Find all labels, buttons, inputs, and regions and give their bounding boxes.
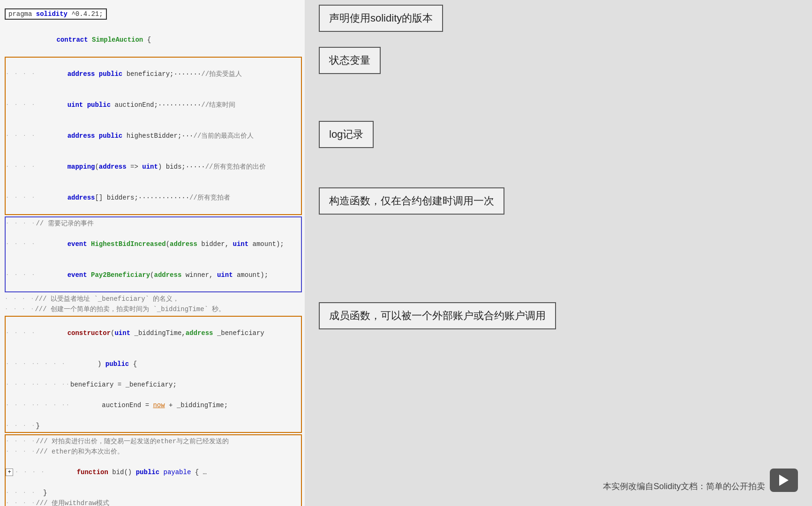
sv-line-4: · · · · mapping(address => uint) bids;··… — [6, 151, 301, 182]
solidity-version-annotation: 声明使用solidity的版本 — [319, 5, 443, 32]
bid-close: · · · · } — [6, 488, 301, 498]
bid-func-line: + · · · · function bid() public payable … — [6, 457, 301, 488]
event-line-1: · · · · event HighestBidIncreased(addres… — [6, 229, 301, 260]
log-comment: · · · · // 需要记录的事件 — [6, 218, 301, 229]
constructor-sig: · · · · constructor(uint _biddingTime,ad… — [6, 318, 301, 349]
constructor-close: · · · · } — [6, 421, 301, 431]
functions-box: · · · · /// 对拍卖进行出价，随交易一起发送的ether与之前已经发送… — [5, 434, 302, 506]
log-annotation: log记录 — [319, 121, 374, 148]
sv-line-3: · · · · address public highestBidder;···… — [6, 120, 301, 151]
bid-comment-2: · · · · /// ether的和为本次出价。 — [6, 446, 301, 457]
contract-line: contract SimpleAuction { — [5, 24, 305, 55]
member-functions-annotation: 成员函数，可以被一个外部账户或合约账户调用 — [319, 302, 556, 329]
constructor-annotation: 构造函数，仅在合约创建时调用一次 — [319, 187, 504, 215]
play-button[interactable] — [770, 469, 798, 492]
sv-line-5: · · · · address[] bidders;·············/… — [6, 182, 301, 213]
sv-line-1: · · · · address public beneficiary;·····… — [6, 59, 301, 89]
pragma-line: pragma solidity ^0.4.21; — [5, 8, 107, 20]
constructor-body-1: · · · ·· · · ·· beneficiary = _beneficia… — [6, 380, 301, 390]
constructor-comment-1: · · · · /// 以受益者地址 `_beneficiary` 的名义， — [5, 294, 305, 304]
constructor-comment-2: · · · · /// 创建一个简单的拍卖，拍卖时间为 `_biddingTim… — [5, 304, 305, 314]
bid-expand-btn[interactable]: + — [6, 469, 15, 476]
withdraw-comment-1: · · · · /// 使用withdraw模式 — [6, 498, 301, 506]
event-line-2: · · · · event Pay2Beneficiary(address wi… — [6, 260, 301, 290]
footer-text: 本实例改编自Solidity文档：简单的公开拍卖 — [305, 481, 765, 492]
code-panel: pragma solidity ^0.4.21; contract Simple… — [0, 0, 305, 506]
constructor-public: · · · ·· · · · ) public { — [6, 349, 301, 380]
constructor-body-2: · · · ·· · · ·· auctionEnd = now + _bidd… — [6, 390, 301, 421]
log-box: · · · · // 需要记录的事件 · · · · event Highest… — [5, 216, 302, 292]
play-icon — [779, 475, 789, 486]
sv-line-2: · · · · uint public auctionEnd;·········… — [6, 89, 301, 120]
state-variables-annotation: 状态变量 — [319, 47, 381, 74]
annotation-panel: 声明使用solidity的版本 状态变量 log记录 构造函数，仅在合约创建时调… — [305, 0, 812, 506]
bid-comment-1: · · · · /// 对拍卖进行出价，随交易一起发送的ether与之前已经发送… — [6, 436, 301, 446]
constructor-box: · · · · constructor(uint _biddingTime,ad… — [5, 316, 302, 433]
state-variables-box: · · · · address public beneficiary;·····… — [5, 57, 302, 215]
